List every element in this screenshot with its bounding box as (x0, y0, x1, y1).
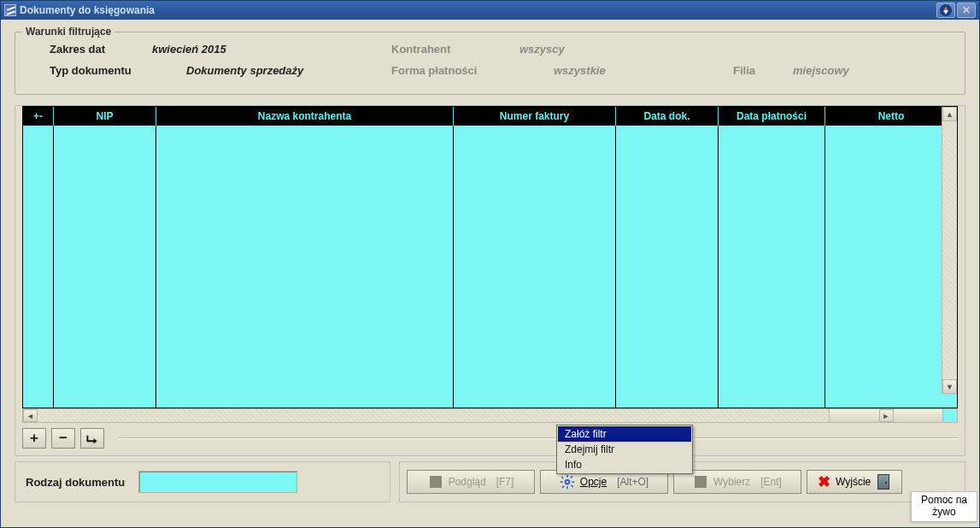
branch-value[interactable]: miejscowy (793, 62, 849, 79)
remove-row-button[interactable]: − (51, 428, 75, 449)
app-window: Dokumenty do księgowania ✕ Warunki filtr… (0, 0, 980, 528)
payment-form-value[interactable]: wszystkie (554, 62, 733, 79)
ctx-info[interactable]: Info (558, 457, 691, 472)
ctx-apply-filter[interactable]: Załóż filtr (558, 426, 691, 442)
preview-icon (430, 476, 442, 488)
vertical-scrollbar[interactable]: ▲ ▼ (942, 107, 957, 394)
svg-rect-5 (561, 477, 564, 479)
branch-label: Filia (733, 62, 793, 79)
scroll-left-icon[interactable]: ◄ (23, 409, 38, 422)
options-label: Opcje (580, 476, 607, 488)
doc-kind-label: Rodzaj dokumentu (26, 476, 125, 489)
payment-form-label: Forma płatności (391, 62, 554, 79)
options-context-menu[interactable]: Załóż filtr Zdejmij filtr Info (556, 425, 693, 474)
horizontal-scrollbar[interactable]: ◄ ► (22, 408, 958, 423)
gear-icon (560, 474, 575, 490)
titlebar: Dokumenty do księgowania ✕ (1, 1, 979, 20)
exit-label: Wyjście (836, 476, 871, 488)
col-toggle[interactable]: +- (23, 107, 54, 126)
grid-panel: +- NIP Nazwa kontrahenta Numer faktury D… (15, 105, 965, 456)
svg-rect-4 (572, 481, 574, 483)
contractor-value[interactable]: wszyscy (519, 41, 707, 57)
exit-button[interactable]: ✖ Wyjście (807, 470, 902, 494)
app-icon (4, 4, 16, 16)
doc-kind-input[interactable] (138, 471, 297, 493)
svg-rect-7 (570, 476, 572, 478)
col-contractor-name[interactable]: Nazwa kontrahenta (156, 107, 454, 126)
col-invoice-number[interactable]: Numer faktury (454, 107, 616, 126)
svg-rect-3 (560, 481, 563, 483)
minus-icon: − (59, 430, 67, 447)
filters-legend: Warunki filtrujące (22, 26, 114, 38)
svg-rect-2 (566, 486, 568, 489)
options-shortcut: [Alt+O] (617, 476, 648, 488)
help-compass-button[interactable] (936, 3, 955, 18)
preview-button[interactable]: Podgląd [F7] (407, 470, 535, 494)
live-help-tooltip[interactable]: Pomoc na żywo (911, 491, 977, 522)
doc-type-label: Typ dokumentu (50, 62, 186, 79)
col-net[interactable]: Netto (825, 107, 957, 126)
door-icon (877, 474, 889, 490)
doc-kind-panel: Rodzaj dokumentu (15, 461, 390, 502)
choose-shortcut: [Ent] (760, 476, 782, 488)
ctx-remove-filter[interactable]: Zdejmij filtr (558, 442, 691, 457)
add-row-button[interactable]: + (22, 428, 46, 449)
preview-label: Podgląd (449, 476, 486, 488)
scroll-down-icon[interactable]: ▼ (942, 379, 957, 394)
svg-rect-6 (571, 484, 573, 487)
close-icon: ✕ (962, 4, 971, 16)
scroll-right-icon[interactable]: ► (879, 409, 894, 422)
date-range-label: Zakres dat (50, 41, 152, 57)
close-x-icon: ✖ (818, 474, 830, 490)
svg-point-9 (566, 481, 568, 484)
choose-icon (695, 476, 707, 488)
contractor-label: Kontrahent (391, 41, 519, 57)
data-grid[interactable]: +- NIP Nazwa kontrahenta Numer faktury D… (22, 106, 958, 408)
svg-rect-1 (566, 475, 568, 478)
col-doc-date[interactable]: Data dok. (616, 107, 719, 126)
compass-icon (940, 4, 952, 16)
confirm-row-button[interactable] (80, 428, 104, 449)
window-title: Dokumenty do księgowania (20, 4, 155, 16)
doc-type-value[interactable]: Dokumenty sprzedaży (186, 62, 391, 79)
divider (118, 437, 958, 439)
grid-body[interactable] (23, 126, 957, 408)
check-arrow-icon (85, 431, 99, 445)
col-payment-date[interactable]: Data płatności (719, 107, 825, 126)
scroll-up-icon[interactable]: ▲ (942, 107, 957, 121)
date-range-value[interactable]: kwiecień 2015 (152, 41, 391, 57)
col-nip[interactable]: NIP (54, 107, 156, 126)
plus-icon: + (30, 430, 38, 447)
grid-header: +- NIP Nazwa kontrahenta Numer faktury D… (23, 107, 957, 126)
filters-fieldset: Warunki filtrujące Zakres dat kwiecień 2… (15, 32, 965, 95)
svg-rect-8 (561, 485, 564, 488)
choose-label: Wybierz (713, 476, 750, 488)
preview-shortcut: [F7] (496, 476, 514, 488)
scroll-corner (942, 409, 957, 422)
close-button[interactable]: ✕ (957, 3, 976, 18)
